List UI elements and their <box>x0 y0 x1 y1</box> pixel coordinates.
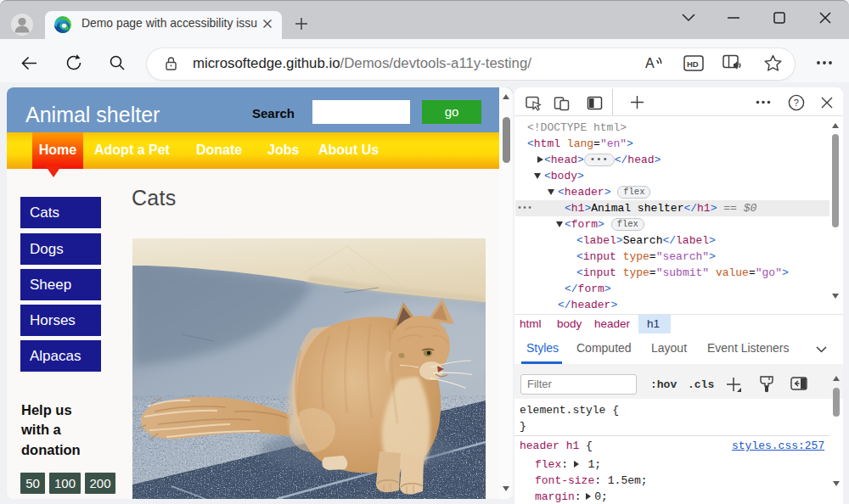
svg-text:HD: HD <box>687 59 699 69</box>
svg-text:?: ? <box>794 98 799 108</box>
svg-text:A: A <box>645 56 655 70</box>
